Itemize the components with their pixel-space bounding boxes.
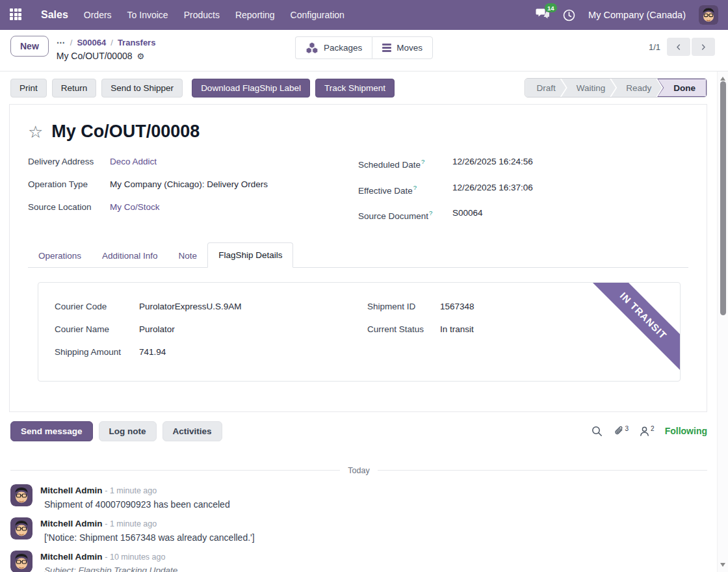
- message-author[interactable]: Mitchell Admin: [40, 486, 103, 495]
- attachments-icon[interactable]: 3: [613, 425, 629, 437]
- user-avatar[interactable]: [699, 5, 718, 25]
- navbar-right: 14 My Company (Canada): [536, 5, 718, 25]
- packages-button-label: Packages: [324, 43, 362, 53]
- chevron-left-icon: [675, 44, 682, 51]
- message-item: Mitchell Admin - 10 minutes ago Subject:…: [10, 551, 707, 572]
- gear-icon[interactable]: ⚙: [137, 50, 145, 63]
- followers-icon[interactable]: 2: [639, 426, 655, 437]
- field-current-status: Current Status In transit: [367, 322, 680, 337]
- vertical-scrollbar[interactable]: [717, 72, 728, 572]
- field-label: Courier Code: [55, 300, 139, 314]
- app-name[interactable]: Sales: [41, 9, 68, 21]
- message-subject: Subject: Flagship Tracking Update: [40, 564, 177, 572]
- message-avatar[interactable]: [10, 517, 32, 540]
- breadcrumb-link-s00064[interactable]: S00064: [77, 36, 106, 49]
- help-icon[interactable]: ?: [429, 209, 432, 216]
- operation-type-value[interactable]: My Company (Chicago): Delivery Orders: [110, 177, 268, 192]
- activity-clock-icon[interactable]: [563, 9, 575, 21]
- nav-item-reporting[interactable]: Reporting: [235, 10, 275, 20]
- messages-icon[interactable]: 14: [536, 8, 550, 22]
- today-label: Today: [348, 466, 369, 475]
- courier-code-value[interactable]: PurolatorExpressU.S.9AM: [139, 300, 242, 314]
- statusbar: Draft Waiting Ready Done: [525, 78, 707, 98]
- control-panel: New ⋯ / S00064 / Transfers My Co/OUT/000…: [0, 30, 728, 72]
- nav-item-configuration[interactable]: Configuration: [291, 10, 344, 20]
- message-time: 1 minute ago: [110, 519, 157, 528]
- moves-button[interactable]: Moves: [372, 36, 433, 59]
- action-row: Print Return Send to Shipper Download Fl…: [0, 72, 728, 104]
- field-source-document: Source Document? S00064: [358, 206, 688, 224]
- log-note-button[interactable]: Log note: [99, 421, 157, 441]
- download-flagship-label-button[interactable]: Download FlagShip Label: [192, 79, 310, 98]
- form-fields: Delivery Address Deco Addict Operation T…: [10, 155, 707, 232]
- breadcrumb-current: My Co/OUT/00008: [57, 49, 133, 64]
- field-courier-code: Courier Code PurolatorExpressU.S.9AM: [55, 300, 367, 314]
- pager-count: 1/1: [649, 42, 660, 52]
- new-button[interactable]: New: [10, 36, 49, 57]
- scheduled-date-value[interactable]: 12/26/2025 16:24:56: [452, 155, 533, 172]
- statusbar-step-ready[interactable]: Ready: [611, 79, 662, 97]
- current-status-value[interactable]: In transit: [440, 322, 474, 337]
- field-label: Effective Date?: [358, 181, 452, 198]
- print-button[interactable]: Print: [10, 79, 47, 98]
- field-courier-name: Courier Name Purolator: [55, 322, 367, 337]
- moves-list-icon: [382, 44, 391, 52]
- message-item: Mitchell Admin - 1 minute ago Shipment o…: [10, 484, 707, 511]
- message-text: ['Notice: Shipment 1567348 was already c…: [40, 531, 255, 544]
- field-label: Source Location: [28, 200, 110, 214]
- pager-next-button[interactable]: [692, 38, 715, 56]
- breadcrumb-link-transfers[interactable]: Transfers: [118, 36, 156, 49]
- record-title: My Co/OUT/00008: [51, 122, 200, 142]
- message-author[interactable]: Mitchell Admin: [40, 519, 103, 528]
- send-to-shipper-button[interactable]: Send to Shipper: [101, 79, 183, 98]
- source-document-value[interactable]: S00064: [452, 206, 483, 224]
- field-label: Courier Name: [55, 322, 139, 337]
- help-icon[interactable]: ?: [413, 184, 417, 191]
- statusbar-step-done[interactable]: Done: [657, 79, 707, 97]
- delivery-address-value[interactable]: Deco Addict: [110, 155, 157, 169]
- activities-button[interactable]: Activities: [162, 421, 222, 441]
- breadcrumb-ellipsis[interactable]: ⋯: [57, 36, 66, 49]
- company-switcher[interactable]: My Company (Canada): [588, 10, 686, 20]
- stat-buttons: Packages Moves: [295, 36, 433, 59]
- message-author[interactable]: Mitchell Admin: [40, 552, 103, 562]
- tab-operations[interactable]: Operations: [28, 244, 92, 267]
- field-label: Scheduled Date?: [358, 155, 452, 172]
- field-label: Delivery Address: [28, 155, 110, 169]
- apps-grid-icon[interactable]: [10, 8, 23, 21]
- scrollbar-up-arrow[interactable]: [720, 77, 725, 81]
- statusbar-done-label: Done: [657, 79, 707, 97]
- effective-date-value[interactable]: 12/26/2025 16:37:06: [452, 181, 533, 198]
- scrollbar-thumb[interactable]: [720, 81, 726, 315]
- flagship-card: Courier Code PurolatorExpressU.S.9AM Cou…: [38, 282, 681, 382]
- following-button[interactable]: Following: [665, 426, 707, 436]
- favorite-star-icon[interactable]: ☆: [28, 124, 43, 140]
- packages-button[interactable]: Packages: [295, 36, 372, 59]
- nav-item-orders[interactable]: Orders: [84, 10, 112, 20]
- scrollbar-down-arrow[interactable]: [720, 563, 725, 567]
- tab-header: Operations Additional Info Note FlagShip…: [28, 242, 688, 268]
- statusbar-step-waiting[interactable]: Waiting: [562, 79, 616, 97]
- field-operation-type: Operation Type My Company (Chicago): Del…: [28, 177, 358, 192]
- message-avatar[interactable]: [10, 551, 32, 572]
- page: Sales Orders To Invoice Products Reporti…: [0, 0, 728, 572]
- search-messages-icon[interactable]: [592, 426, 603, 437]
- shipping-amount-value[interactable]: 741.94: [139, 345, 166, 359]
- courier-name-value[interactable]: Purolator: [139, 322, 175, 337]
- return-button[interactable]: Return: [52, 79, 97, 98]
- track-shipment-button[interactable]: Track Shipment: [315, 79, 395, 98]
- tab-note[interactable]: Note: [168, 244, 208, 267]
- help-icon[interactable]: ?: [421, 158, 424, 165]
- send-message-button[interactable]: Send message: [10, 421, 93, 441]
- nav-item-to-invoice[interactable]: To Invoice: [127, 10, 168, 20]
- pager-previous-button[interactable]: [667, 38, 690, 56]
- shipment-id-value[interactable]: 1567348: [440, 300, 474, 314]
- source-location-value[interactable]: My Co/Stock: [110, 200, 160, 214]
- chevron-right-icon: [700, 44, 707, 51]
- tab-flagship-details[interactable]: FlagShip Details: [207, 242, 293, 268]
- statusbar-step-draft[interactable]: Draft: [525, 79, 566, 97]
- tab-additional-info[interactable]: Additional Info: [92, 244, 168, 267]
- nav-item-products[interactable]: Products: [184, 10, 220, 20]
- message-time: 10 minutes ago: [110, 552, 165, 562]
- message-avatar[interactable]: [10, 484, 32, 506]
